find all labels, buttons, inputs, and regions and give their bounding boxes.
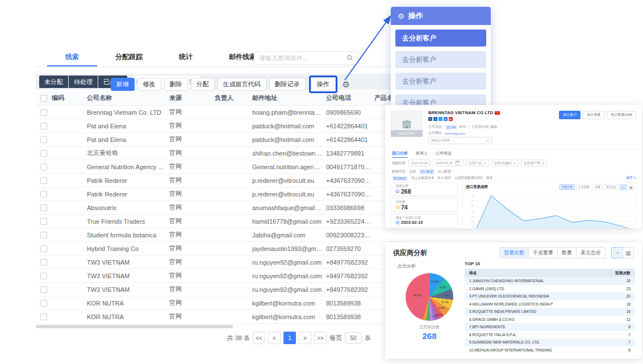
table-row[interactable]: KOR NUTRA官网kgilbert@kornutra.com80135899…	[36, 310, 404, 324]
select-全部产品[interactable]: 全部产品∨	[466, 160, 488, 166]
select-全部HS编码[interactable]: 全部HS编码∨	[491, 160, 519, 166]
supplier-metric-贸易次数[interactable]: 贸易次数	[499, 247, 529, 258]
action-button-3[interactable]: 分配	[191, 78, 215, 91]
twitter-icon[interactable]: t	[439, 117, 442, 121]
report-chip-提单[interactable]: 提单	[486, 175, 493, 181]
similar-company-input[interactable]: 相似公司推荐 ∨	[428, 137, 492, 144]
operations-button[interactable]: 操作	[311, 78, 335, 91]
tab-统计[interactable]: 统计	[161, 49, 211, 66]
top10-row[interactable]: 8.ROQUETTE ITALIA S.P.A.,7	[465, 331, 635, 339]
top10-row[interactable]: 10.MEIHUA GROUP INTERNATIONAL TRADING6	[465, 346, 635, 354]
row-checkbox[interactable]	[40, 286, 47, 293]
trend-metric-美元总价[interactable]: 美元总价	[604, 185, 619, 190]
table-row[interactable]: Patrik Rederer官网p.rederer@vitrocult.eu+4…	[36, 187, 404, 201]
table-row[interactable]: TW3 VIETNAM官网ru.nguyen92@gmail.com+84977…	[36, 269, 404, 283]
select-all-checkbox[interactable]	[40, 95, 47, 102]
last-page-button[interactable]: >>	[314, 332, 327, 344]
top10-row[interactable]: 1.JIANGYIN CHENGXING INTERNATIONAL29	[465, 277, 635, 285]
row-checkbox[interactable]	[40, 232, 47, 239]
youtube-icon[interactable]: ▶	[449, 117, 453, 121]
row-checkbox[interactable]	[40, 218, 47, 225]
per-page-select[interactable]: 50	[345, 332, 362, 344]
expand-toggle[interactable]: 展开 ∨	[626, 175, 636, 181]
table-row[interactable]: General Nutrition Agency ...官网General.nu…	[36, 160, 404, 174]
row-checkbox[interactable]	[40, 259, 47, 266]
row-checkbox[interactable]	[40, 164, 47, 170]
supplier-metric-美元总价[interactable]: 美元总价	[577, 247, 606, 258]
table-row[interactable]: Pat and Elena官网patduck@hotmail.com+61422…	[36, 133, 404, 147]
customer-tab-公司信息[interactable]: 公司信息	[436, 150, 452, 158]
tab-分配跟踪[interactable]: 分配跟踪	[97, 49, 161, 66]
page-1-button[interactable]: 1	[283, 332, 296, 344]
table-row[interactable]: TW3 VIETNAM官网ru.nguyen92@gmail.com+84977…	[36, 256, 404, 269]
pie-chart-toggle[interactable]: ◔	[611, 247, 623, 258]
table-row[interactable]: Absonutrix官网anumashfaque@gmail.com033369…	[36, 201, 404, 215]
table-row[interactable]: Student formula botanica官网Jabiha@gmail.c…	[36, 228, 404, 242]
row-checkbox[interactable]	[40, 123, 47, 129]
table-row[interactable]: Pat and Elena官网patduck@hotmail.com+61422…	[36, 119, 404, 133]
table-row[interactable]: True Friends Traders官网hamid16778@gmail.c…	[36, 215, 404, 228]
top10-row[interactable]: 6.GRACE GMBH & CO.KG12	[465, 316, 635, 324]
top10-row[interactable]: 9.SUNRESIN NEW MATERIALS CO. LTD.7	[465, 338, 635, 346]
data-type-出口数据[interactable]: 出口数据	[437, 169, 450, 174]
customer-tab-联系人[interactable]: 联系人	[416, 150, 428, 158]
ops-item-analyze-customer-3[interactable]: 去分析客户	[395, 73, 486, 90]
top10-row[interactable]: 4.HELLMANN WORLDWIDE LOGISTICS INDIA P18	[465, 300, 635, 308]
top10-row[interactable]: 5.ROQUETTE INDIA PRIVATE LIMITED16	[465, 308, 635, 316]
row-checkbox[interactable]	[40, 245, 47, 252]
tab-线索[interactable]: 线索	[47, 49, 97, 66]
next-page-button[interactable]: >	[299, 332, 311, 344]
date-from-input[interactable]: 2023-04-26	[408, 160, 431, 166]
data-type-全部[interactable]: 全部	[410, 169, 416, 174]
action-button-1[interactable]: 修改	[137, 78, 161, 91]
row-checkbox[interactable]	[40, 313, 47, 320]
first-page-button[interactable]: <<	[253, 332, 265, 344]
action-button-5[interactable]: 删除记录	[269, 78, 306, 91]
settings-gear-icon[interactable]: ⚙	[343, 80, 350, 89]
row-checkbox[interactable]	[40, 273, 47, 279]
row-checkbox[interactable]	[40, 300, 47, 307]
row-checkbox[interactable]	[40, 109, 47, 116]
table-row[interactable]: Patrik Rederer官网p.rederer@vitrocult.eu+4…	[36, 174, 404, 187]
ops-item-analyze-customer-1[interactable]: 去分析客户	[395, 30, 486, 47]
customer-button-加入客户[interactable]: 加入客户	[559, 111, 581, 119]
top10-row[interactable]: 2.GANIR (1992) LTD.23	[465, 285, 635, 293]
table-row[interactable]: Hybrid Training Co官网jaydenaustin1993@gma…	[36, 242, 404, 256]
action-button-2[interactable]: 删除	[164, 78, 188, 91]
website-icon[interactable]: w	[444, 117, 448, 121]
trend-metric-贸易次数[interactable]: 贸易次数	[560, 185, 575, 190]
line-chart-toggle[interactable]: ∿	[620, 185, 627, 190]
trend-metric-千克重量[interactable]: 千克重量	[576, 185, 591, 190]
status-filter-待处理[interactable]: 待处理	[69, 76, 98, 88]
prev-page-button[interactable]: <	[268, 332, 281, 344]
date-to-input[interactable]: 2023-04-25	[433, 160, 464, 166]
table-row[interactable]: KOR NUTRA官网kgilbert@kornutra.com80135899…	[36, 296, 404, 310]
report-chip-云端贸易数据(实时)[interactable]: 云端贸易数据(实时)	[454, 175, 483, 181]
horizontal-scrollbar[interactable]	[36, 325, 233, 328]
customer-button-加入培育[interactable]: 加入培育	[583, 111, 604, 119]
linkedin-icon[interactable]: in	[433, 117, 437, 121]
customer-button-导入私海CRM[interactable]: 导入私海CRM	[607, 111, 636, 119]
add-button[interactable]: 新增	[111, 78, 135, 91]
table-row[interactable]: 北京曼哈格官网shihao.chen@bestown.net.cn1348277…	[36, 147, 404, 160]
customer-tab-进口分析[interactable]: 进口分析	[392, 150, 408, 158]
report-chip-海上运输提单单[interactable]: 海上运输提单单	[411, 175, 435, 181]
search-box[interactable]	[254, 51, 358, 65]
table-row[interactable]: TW3 VIETNAM官网ru.nguyen92@gmail.com+84977…	[36, 283, 404, 296]
row-checkbox[interactable]	[40, 136, 47, 143]
action-button-4[interactable]: 生成留言代码	[218, 78, 266, 91]
pie[interactable]	[406, 273, 453, 321]
report-chip-数据概览[interactable]: 数据概览	[392, 176, 408, 181]
status-filter-未分配[interactable]: 未分配	[39, 76, 68, 88]
row-checkbox[interactable]	[40, 177, 47, 184]
ops-item-analyze-customer-2[interactable]: 去分析客户	[395, 51, 486, 68]
row-checkbox[interactable]	[40, 150, 47, 157]
trend-metric-数量[interactable]: 数量	[592, 185, 603, 190]
row-checkbox[interactable]	[40, 204, 47, 211]
facebook-icon[interactable]: f	[428, 117, 432, 121]
table-view-toggle[interactable]: ▦	[628, 185, 634, 190]
supplier-metric-千克重量[interactable]: 千克重量	[529, 247, 558, 258]
supplier-metric-数量[interactable]: 数量	[558, 247, 577, 258]
table-row[interactable]: Brenntag Vietnam Co. LTD官网hoang.pham@bre…	[36, 106, 404, 119]
select-全部原产国[interactable]: 全部原产国∨	[521, 160, 547, 166]
